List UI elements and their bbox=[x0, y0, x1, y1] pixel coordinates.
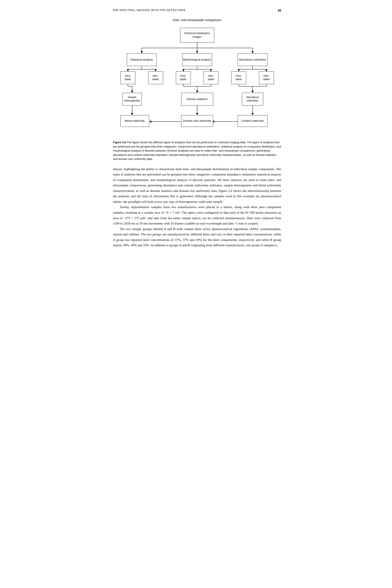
box-inter2: Inter-tablet bbox=[204, 72, 218, 84]
figure-caption-text: The figure shows the different types of … bbox=[113, 141, 281, 160]
box-domain-size: Domain size uniformity bbox=[181, 115, 213, 127]
box-blend: Blend uniformity bbox=[120, 115, 149, 127]
svg-marker-29 bbox=[131, 90, 133, 93]
box-chemical: Chemical distribution images bbox=[180, 28, 214, 43]
svg-marker-18 bbox=[182, 69, 184, 72]
svg-marker-7 bbox=[252, 51, 254, 53]
svg-marker-24 bbox=[238, 69, 240, 72]
box-inter3: Inter-tablet bbox=[259, 72, 274, 84]
box-domain-stats: Domain statistics bbox=[181, 93, 213, 106]
svg-marker-6 bbox=[196, 51, 198, 53]
box-content: Content uniformity bbox=[238, 115, 268, 127]
paragraph3: The two sample groups labeled A and B bo… bbox=[113, 226, 281, 248]
svg-marker-34 bbox=[196, 90, 198, 93]
box-intra1: Intra-tablet bbox=[120, 72, 135, 84]
body-text: dataset, highlighting the ability to cha… bbox=[113, 166, 281, 248]
paragraph1: dataset, highlighting the ability to cha… bbox=[113, 166, 281, 204]
page-number: 45 bbox=[278, 8, 281, 12]
header-title: NIR SPECTRAL IMAGING WITH FPA DETECTORS bbox=[113, 8, 186, 12]
box-morphological: Morphological analysis bbox=[182, 53, 212, 66]
diagram-section: Inter- and intrasample comparison bbox=[113, 18, 281, 136]
box-sample-het: Sampleheterogeneity bbox=[122, 93, 142, 106]
svg-marker-45 bbox=[252, 113, 254, 115]
svg-marker-43 bbox=[196, 113, 198, 115]
diagram-title: Inter- and intrasample comparison bbox=[113, 18, 281, 22]
svg-marker-12 bbox=[127, 69, 129, 72]
box-inter1: Inter-tablet bbox=[148, 72, 163, 84]
box-intra3: Intra-tablet bbox=[231, 72, 246, 84]
svg-marker-13 bbox=[154, 69, 157, 72]
paragraph2: Twenty representative samples from two m… bbox=[113, 204, 281, 226]
box-intra2: Intra-tablet bbox=[176, 72, 191, 84]
svg-marker-25 bbox=[266, 69, 268, 72]
figure-caption: Figure 2.6 The figure shows the differen… bbox=[113, 140, 281, 161]
figure-label: Figure 2.6 bbox=[113, 141, 126, 144]
box-statistical: Statistical analysis bbox=[127, 53, 157, 66]
box-abundance-est: Abundance estimation bbox=[238, 53, 268, 66]
svg-marker-41 bbox=[131, 113, 133, 115]
svg-marker-39 bbox=[252, 90, 254, 93]
svg-marker-19 bbox=[210, 69, 212, 72]
box-abundance-est2: Abundanceestimation bbox=[242, 93, 263, 106]
svg-marker-5 bbox=[141, 51, 143, 53]
svg-marker-47 bbox=[149, 120, 151, 122]
flowchart: Chemical distribution images Statistical… bbox=[116, 26, 278, 136]
